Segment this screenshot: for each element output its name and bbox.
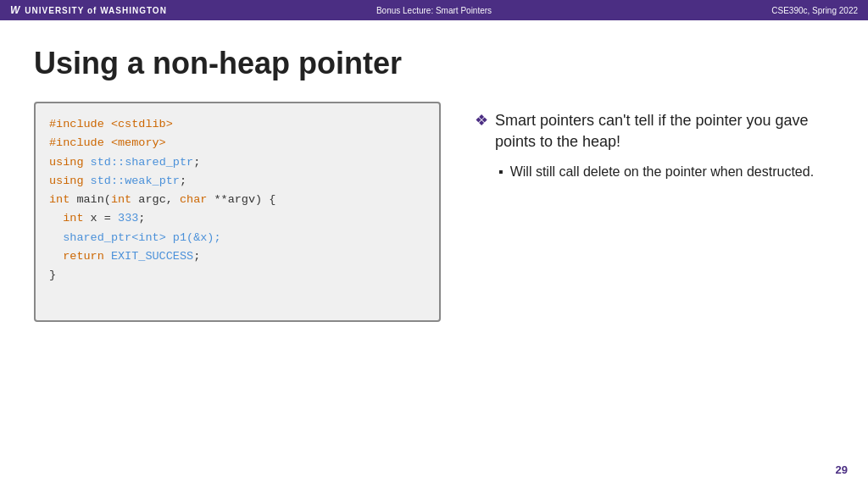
code-line: return EXIT_SUCCESS; bbox=[49, 247, 426, 266]
code-line: } bbox=[49, 266, 426, 285]
page-number: 29 bbox=[836, 463, 848, 476]
code-block: #include <cstdlib>#include <memory>using… bbox=[34, 102, 441, 322]
university-name: UNIVERSITY of WASHINGTON bbox=[25, 6, 167, 15]
sub-bullet-dash: ▪ bbox=[498, 164, 504, 180]
code-line: int main(int argc, char **argv) { bbox=[49, 191, 426, 209]
code-line: shared_ptr<int> p1(&x); bbox=[49, 229, 426, 247]
content-area: #include <cstdlib>#include <memory>using… bbox=[34, 102, 834, 322]
code-line: int x = 333; bbox=[49, 209, 426, 228]
diamond-icon: ❖ bbox=[475, 111, 488, 130]
right-panel: ❖ Smart pointers can't tell if the point… bbox=[475, 102, 834, 182]
uw-w-logo: W bbox=[10, 4, 19, 16]
code-line: using std::shared_ptr; bbox=[49, 153, 426, 172]
main-bullet-text: Smart pointers can't tell if the pointer… bbox=[495, 110, 834, 152]
slide-title: Using a non-heap pointer bbox=[34, 46, 834, 81]
header-left: W UNIVERSITY of WASHINGTON bbox=[10, 4, 167, 16]
code-line: using std::weak_ptr; bbox=[49, 172, 426, 191]
header-bar: W UNIVERSITY of WASHINGTON Bonus Lecture… bbox=[0, 0, 868, 20]
code-line: #include <memory> bbox=[49, 134, 426, 152]
lecture-title: Bonus Lecture: Smart Pointers bbox=[376, 6, 492, 15]
slide-content: Using a non-heap pointer #include <cstdl… bbox=[0, 20, 868, 488]
sub-bullet-text: Will still call delete on the pointer wh… bbox=[510, 163, 814, 181]
main-bullet: ❖ Smart pointers can't tell if the point… bbox=[475, 110, 834, 152]
course-info: CSE390c, Spring 2022 bbox=[771, 6, 858, 15]
code-line: #include <cstdlib> bbox=[49, 115, 426, 134]
sub-bullet: ▪ Will still call delete on the pointer … bbox=[498, 163, 834, 181]
